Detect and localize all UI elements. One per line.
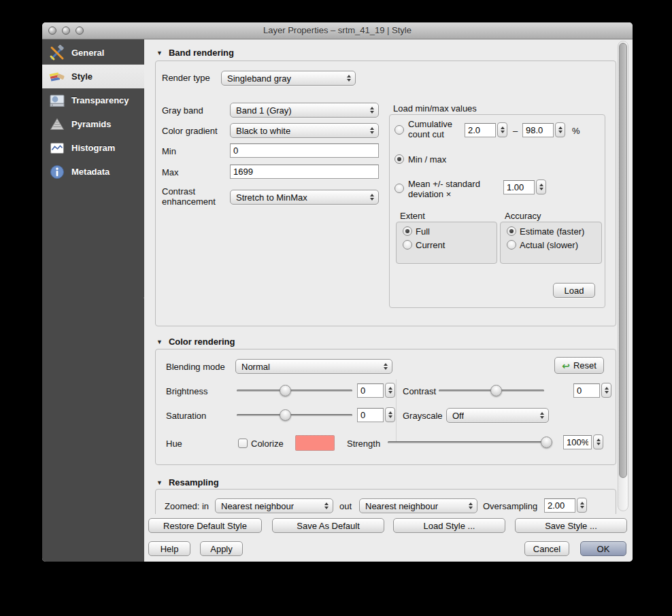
popup-arrows-icon [540,412,544,419]
apply-button[interactable]: Apply [200,541,243,556]
load-button[interactable]: Load [553,283,595,298]
sidebar-item-pyramids[interactable]: Pyramids [42,112,144,136]
gray-band-label: Gray band [162,105,203,116]
stddev-input[interactable] [503,180,535,194]
extent-current-radio[interactable] [403,240,412,250]
extent-current-label: Current [416,240,445,250]
gray-band-dropdown[interactable]: Band 1 (Gray) [230,103,379,118]
close-window-icon[interactable] [48,27,56,35]
accuracy-actual-radio[interactable] [507,240,516,250]
color-gradient-dropdown[interactable]: Black to white [230,123,379,138]
extent-full-radio[interactable] [403,226,412,236]
grayscale-label: Grayscale [403,411,443,421]
contrast-slider[interactable] [439,385,544,396]
minimize-window-icon[interactable] [62,27,70,35]
help-button[interactable]: Help [148,541,190,556]
colorize-color-swatch[interactable] [295,435,335,451]
render-type-dropdown[interactable]: Singleband gray [221,71,356,86]
brightness-slider[interactable] [237,385,352,396]
button-label: OK [597,544,610,554]
stddev-stepper[interactable] [536,179,546,194]
extent-title: Extent [400,211,425,221]
scrollbar-thumb[interactable] [619,43,627,478]
grayscale-dropdown[interactable]: Off [446,408,549,423]
sidebar-item-metadata[interactable]: Metadata [42,160,144,184]
popup-arrows-icon [384,363,388,370]
vertical-scrollbar[interactable] [618,41,628,511]
brightness-input[interactable] [357,383,384,398]
button-label: Help [161,544,179,554]
min-input[interactable] [230,143,379,158]
ok-button[interactable]: OK [580,541,626,556]
color-gradient-label: Color gradient [162,126,218,136]
sidebar-item-histogram[interactable]: Histogram [42,136,144,160]
slider-thumb[interactable] [280,409,291,421]
render-type-label: Render type [162,73,210,83]
cumulative-count-cut-label: Cumulative count cut [408,119,463,139]
contrast-input[interactable] [573,383,600,398]
save-as-default-button[interactable]: Save As Default [272,518,384,533]
min-max-radio[interactable] [394,154,404,164]
pyramids-icon [48,116,66,133]
brightness-label: Brightness [166,386,207,396]
sidebar-item-style[interactable]: Style [42,65,144,88]
content-panel: ▼Band rendering Render type Singleband g… [144,39,633,562]
percent-label: % [572,126,580,136]
cancel-button[interactable]: Cancel [524,541,569,556]
saturation-stepper[interactable] [385,407,395,422]
band-rendering-header[interactable]: ▼Band rendering [156,48,234,58]
restore-default-style-button[interactable]: Restore Default Style [148,518,262,533]
style-scroll-area: ▼Band rendering Render type Singleband g… [144,39,633,514]
stepper-up-icon [539,184,543,186]
slider-thumb[interactable] [541,437,552,448]
saturation-slider[interactable] [237,409,352,421]
stepper-down-icon [501,131,505,133]
zoomed-out-dropdown[interactable]: Nearest neighbour [359,498,477,513]
cumulative-max-stepper[interactable] [555,122,565,137]
contrast-enhancement-dropdown[interactable]: Stretch to MinMax [230,190,379,205]
reset-button[interactable]: ↩ Reset [554,357,604,374]
stepper-down-icon [605,391,609,394]
collapse-triangle-icon: ▼ [156,50,163,56]
accuracy-estimate-radio[interactable] [507,226,516,236]
resampling-header[interactable]: ▼Resampling [156,477,219,487]
oversampling-input[interactable] [544,498,575,513]
button-label: Apply [210,544,233,554]
cumulative-min-stepper[interactable] [497,122,507,137]
sidebar-item-transparency[interactable]: Transparency [42,88,144,112]
cumulative-min-input[interactable] [465,123,496,137]
load-style-button[interactable]: Load Style ... [393,518,505,533]
stepper-down-icon [597,443,601,445]
popup-arrows-icon [370,107,374,114]
colorize-checkbox[interactable] [238,439,248,448]
accuracy-title: Accuracy [505,211,541,221]
brightness-stepper[interactable] [385,383,395,398]
slider-thumb[interactable] [280,385,291,396]
saturation-input[interactable] [357,408,384,422]
popup-arrows-icon [370,127,374,134]
cumulative-max-input[interactable] [522,123,554,137]
sidebar-item-general[interactable]: General [42,41,144,65]
strength-stepper[interactable] [593,434,603,449]
button-label: Save Style ... [545,521,597,531]
max-input[interactable] [230,165,379,179]
mean-stddev-radio[interactable] [394,184,404,193]
slider-thumb[interactable] [490,385,502,396]
min-label: Min [162,146,176,156]
blending-mode-dropdown[interactable]: Normal [235,359,392,374]
colorize-label: Colorize [251,439,284,449]
titlebar[interactable]: Layer Properties – srtm_41_19 | Style [42,22,633,39]
contrast-stepper[interactable] [601,383,611,398]
strength-slider[interactable] [388,437,552,448]
oversampling-stepper[interactable] [577,498,587,513]
strength-input[interactable] [563,435,592,449]
save-style-button[interactable]: Save Style ... [515,518,627,533]
cumulative-count-cut-radio[interactable] [394,125,404,135]
zoom-window-icon[interactable] [75,27,84,35]
zoomed-in-dropdown[interactable]: Nearest neighbour [215,498,333,513]
color-rendering-header[interactable]: ▼Color rendering [156,337,235,347]
dropdown-value: Nearest neighbour [365,501,438,511]
section-title: Band rendering [169,48,234,58]
tools-icon [48,45,66,61]
button-label: Reset [573,360,597,371]
